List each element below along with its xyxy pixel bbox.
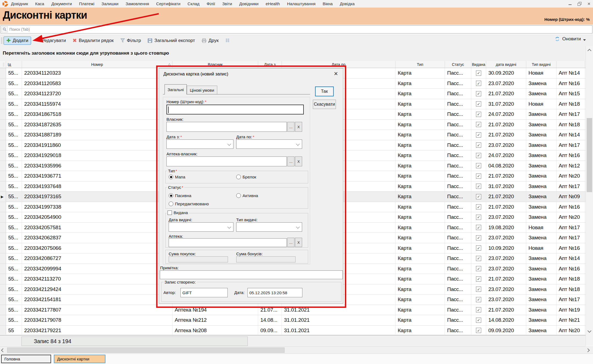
status-radio-1[interactable]: Пасивна (169, 193, 191, 198)
menu-item-замовлення[interactable]: Замовлення (126, 1, 149, 6)
close-icon[interactable]: ✕ (587, 2, 591, 6)
owner-clear-button[interactable]: X (295, 122, 302, 132)
table-row[interactable]: 552203342179221Аптека №20809.09...31.01.… (0, 326, 586, 335)
filter-button[interactable]: Фільтр (118, 37, 143, 44)
author-field[interactable]: GIFT (180, 288, 228, 297)
issued-checkbox[interactable]: ✓ (476, 318, 481, 323)
horizontal-scrollbar-thumb[interactable] (7, 348, 285, 353)
column-header-type[interactable]: Тип (396, 61, 445, 68)
issued-checkbox[interactable]: ✓ (476, 112, 481, 117)
pharmacy-owner-browse-button[interactable]: … (287, 156, 294, 166)
issued-checkbox[interactable]: ✓ (476, 204, 481, 209)
menu-item-вікна[interactable]: Вікна (323, 1, 333, 6)
refresh-button[interactable]: Оновити (555, 36, 586, 42)
issued-checkbox[interactable]: ✓ (476, 297, 481, 302)
issue-date-combo[interactable] (169, 222, 233, 232)
menu-item-ehealth[interactable]: eHealth (266, 1, 280, 6)
date-from-combo[interactable] (166, 139, 233, 149)
pharmacy-owner-clear-button[interactable]: X (295, 156, 302, 166)
export-button[interactable]: Загальний експорт (145, 37, 197, 44)
pharmacy-clear-button[interactable]: X (295, 238, 302, 247)
scroll-left-icon[interactable] (1, 348, 5, 352)
column-header-date-from[interactable]: Дата з (258, 61, 282, 68)
issued-checkbox[interactable]: ✓ (476, 194, 481, 199)
issued-checkbox[interactable]: ✓ (476, 276, 481, 282)
column-header-issue-date[interactable]: дата видачі (486, 61, 526, 68)
owner-field[interactable] (166, 122, 287, 132)
issued-checkbox[interactable]: ✓ (476, 287, 481, 292)
menu-item-довідник[interactable]: Довідник (11, 1, 28, 6)
menu-item-довідники[interactable]: Довідники (239, 1, 258, 6)
print-button[interactable]: Друк (199, 37, 221, 44)
cancel-button[interactable]: Скасувати (313, 100, 336, 109)
issued-checkbox[interactable]: ✓ (476, 101, 481, 107)
issued-checkbox-row[interactable]: Видана (166, 210, 189, 215)
column-header-number[interactable]: Номер △ (22, 61, 172, 68)
ok-button[interactable]: Так (315, 86, 334, 96)
dialog-tab-general[interactable]: Загальні (165, 84, 187, 94)
issued-checkbox[interactable]: ✓ (476, 142, 481, 148)
issued-checkbox[interactable]: ✓ (476, 153, 481, 158)
toolbar-drag-handle-icon[interactable] (1, 37, 2, 44)
dialog-tab-price-terms[interactable]: Цінові умови (187, 86, 217, 94)
minimize-icon[interactable] (568, 2, 572, 6)
owner-browse-button[interactable]: … (287, 122, 294, 132)
number-field[interactable] (166, 105, 304, 114)
issue-type-combo[interactable] (236, 222, 302, 232)
issued-checkbox[interactable] (168, 211, 172, 215)
menu-item-філії[interactable]: Філії (207, 1, 215, 6)
issued-checkbox[interactable]: ✓ (476, 71, 481, 76)
issued-checkbox[interactable]: ✓ (476, 225, 481, 230)
edit-button[interactable]: ✎ Редагувати (33, 37, 68, 44)
created-date-field[interactable]: 05.12.2025 13:20:58 (247, 288, 302, 297)
menu-item-платежі[interactable]: Платежі (79, 1, 94, 6)
columns-button[interactable] (223, 37, 232, 44)
issued-checkbox[interactable]: ✓ (476, 266, 481, 271)
type-radio-1[interactable]: Мапа (169, 175, 185, 179)
menu-item-сертифікати[interactable]: Сертифікати (156, 1, 180, 6)
issued-checkbox[interactable]: ✓ (476, 163, 481, 168)
scroll-up-icon[interactable] (588, 49, 591, 53)
table-row[interactable]: 55...2203342177807Аптека №19421.07...31.… (0, 305, 586, 315)
pharmacy-browse-button[interactable]: … (287, 238, 294, 247)
issued-checkbox[interactable]: ✓ (476, 81, 481, 86)
column-header-status[interactable]: Статус (445, 61, 471, 68)
vertical-scrollbar-thumb[interactable] (587, 118, 592, 192)
column-header-date-to[interactable]: Дата по (282, 61, 396, 68)
tab-discount-cards[interactable]: Дисконтні картки (54, 355, 105, 363)
search-input[interactable]: Поиск (Tab) (1, 25, 592, 33)
issued-checkbox[interactable]: ✓ (476, 307, 481, 312)
delete-row-button[interactable]: ✖ Видалити рядок (70, 37, 116, 44)
scroll-down-icon[interactable] (588, 329, 591, 333)
menu-item-документи[interactable]: Документи (51, 1, 72, 6)
grid-corner-cell[interactable] (0, 61, 6, 68)
note-field[interactable] (160, 270, 343, 279)
column-header-owner[interactable]: Власник (172, 61, 258, 68)
date-to-combo[interactable] (236, 139, 302, 149)
issued-checkbox[interactable]: ✓ (476, 215, 481, 220)
pharmacy-field[interactable] (169, 238, 287, 247)
column-header-pharmacy[interactable] (556, 61, 585, 68)
restore-icon[interactable] (578, 2, 581, 6)
grouping-panel[interactable]: Перетягніть заголовок колонки сюди для у… (0, 46, 586, 61)
issued-checkbox[interactable]: ✓ (476, 184, 481, 189)
tab-home[interactable]: Головна (1, 355, 51, 363)
issued-checkbox[interactable]: ✓ (476, 245, 481, 251)
menu-item-звіти[interactable]: Звіти (222, 1, 232, 6)
scroll-right-icon[interactable] (586, 348, 590, 352)
issued-checkbox[interactable]: ✓ (476, 91, 481, 96)
issued-checkbox[interactable]: ✓ (476, 256, 481, 261)
issued-checkbox[interactable]: ✓ (476, 328, 481, 333)
issued-checkbox[interactable]: ✓ (476, 173, 481, 179)
menu-item-довідка[interactable]: Довідка (340, 1, 355, 6)
column-header-issue-type[interactable]: Тип видачі (526, 61, 556, 68)
menu-item-каса[interactable]: Каса (35, 1, 44, 6)
menu-item-налаштування[interactable]: Налаштування (287, 1, 316, 6)
type-radio-2[interactable]: Брелок (236, 175, 256, 179)
issued-checkbox[interactable]: ✓ (476, 235, 481, 240)
add-button[interactable]: ✚ Додати (4, 37, 31, 45)
chevron-down-icon[interactable] (583, 39, 586, 41)
vertical-scrollbar[interactable] (586, 46, 593, 346)
issued-checkbox[interactable]: ✓ (476, 132, 481, 138)
menu-item-склад[interactable]: Склад (188, 1, 199, 6)
